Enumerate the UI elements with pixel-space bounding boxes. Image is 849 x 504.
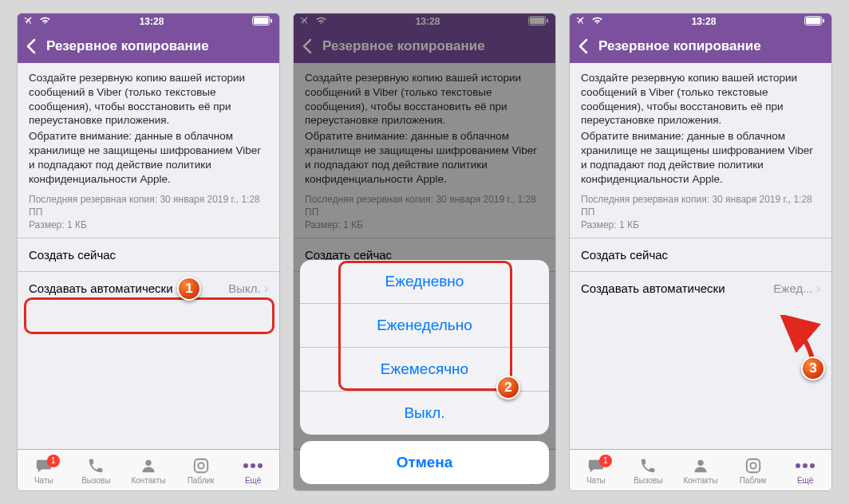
tab-calls[interactable]: Вызовы [72, 456, 120, 485]
tab-public[interactable]: Паблик [729, 456, 777, 485]
auto-create-label: Создавать автоматически [581, 282, 725, 295]
svg-point-24 [796, 463, 800, 468]
tab-chats[interactable]: 1 Чаты [572, 456, 620, 485]
last-backup-info: Последняя резервная копия: 30 января 201… [570, 190, 831, 238]
create-now-row[interactable]: Создать сейчас [18, 238, 279, 271]
battery-icon [252, 16, 273, 28]
tab-calls-label: Вызовы [634, 476, 662, 485]
svg-point-5 [198, 463, 203, 468]
last-backup-date: Последняя резервная копия: 30 января 201… [29, 193, 268, 219]
status-time: 13:28 [140, 16, 164, 27]
tab-chats[interactable]: 1 Чаты [20, 456, 68, 485]
annotation-marker-2: 2 [496, 376, 520, 400]
svg-point-8 [258, 463, 263, 468]
tab-contacts[interactable]: Контакты [124, 456, 172, 485]
more-icon [243, 456, 263, 475]
tab-more-label: Ещё [797, 476, 813, 485]
tab-chats-label: Чаты [586, 476, 606, 485]
tab-bar: 1 Чаты Вызовы Контакты [18, 449, 279, 490]
tab-public-label: Паблик [740, 476, 767, 485]
action-sheet: Ежедневно Еженедельно Ежемесячно Выкл. [300, 260, 549, 435]
description-paragraph-1: Создайте резервную копию вашей истории с… [581, 71, 820, 128]
tab-contacts-label: Контакты [131, 476, 165, 485]
person-icon [140, 456, 157, 475]
nav-bar: Резервное копирование [570, 30, 831, 63]
tab-bar: 1 Чаты Вызовы Контакты [570, 449, 831, 490]
auto-create-row[interactable]: Создавать автоматически Ежед... › [570, 271, 831, 305]
svg-point-6 [243, 463, 248, 468]
status-time: 13:28 [692, 16, 717, 27]
tab-public-label: Паблик [188, 476, 215, 485]
svg-rect-22 [746, 459, 760, 472]
auto-create-label: Создавать автоматически [29, 282, 173, 295]
svg-point-7 [251, 463, 255, 468]
chevron-right-icon: › [264, 282, 268, 295]
svg-rect-2 [270, 18, 272, 22]
sheet-option-weekly[interactable]: Еженедельно [300, 304, 549, 348]
svg-point-21 [697, 459, 703, 465]
last-backup-date: Последняя резервная копия: 30 января 201… [581, 193, 820, 219]
tab-calls[interactable]: Вызовы [624, 456, 672, 485]
back-button[interactable] [26, 38, 46, 54]
airplane-icon [576, 15, 586, 28]
description-text: Создайте резервную копию вашей истории с… [18, 63, 279, 190]
description-text: Создайте резервную копию вашей истории с… [570, 63, 831, 190]
page-title: Резервное копирование [598, 38, 823, 54]
svg-point-26 [810, 463, 815, 468]
svg-rect-1 [254, 17, 268, 23]
wifi-icon [39, 16, 51, 27]
sheet-cancel-button[interactable]: Отмена [300, 441, 549, 484]
svg-rect-20 [823, 18, 824, 22]
phone-icon [639, 456, 657, 475]
back-button[interactable] [578, 38, 598, 54]
auto-create-value: Выкл. [228, 282, 260, 295]
description-paragraph-2: Обратите внимание: данные в облачном хра… [29, 129, 268, 186]
status-bar: 13:28 [570, 14, 831, 30]
create-now-label: Создать сейчас [29, 248, 116, 262]
page-title: Резервное копирование [46, 38, 271, 54]
sheet-option-daily[interactable]: Ежедневно [300, 260, 549, 304]
last-backup-size: Размер: 1 КБ [29, 219, 268, 231]
auto-create-row[interactable]: Создавать автоматически Выкл. › [18, 271, 279, 305]
airplane-icon [24, 15, 34, 28]
tab-more[interactable]: Ещё [229, 456, 277, 485]
chats-badge: 1 [47, 455, 60, 467]
person-icon [692, 456, 709, 475]
phone-screen-1: 13:28 Резервное копирование Создайте рез… [17, 13, 280, 491]
svg-rect-4 [194, 459, 207, 472]
tab-more[interactable]: Ещё [781, 456, 829, 485]
nav-bar: Резервное копирование [18, 30, 279, 63]
public-icon [744, 456, 762, 475]
status-bar: 13:28 [18, 14, 279, 30]
auto-create-value: Ежед... [773, 282, 812, 295]
create-now-row[interactable]: Создать сейчас [570, 238, 831, 271]
chats-badge: 1 [599, 455, 612, 467]
annotation-marker-1: 1 [177, 277, 201, 301]
tab-more-label: Ещё [245, 476, 261, 485]
create-now-label: Создать сейчас [581, 248, 668, 262]
chevron-right-icon: › [816, 282, 820, 295]
svg-rect-19 [806, 17, 820, 23]
svg-point-3 [145, 459, 151, 465]
description-paragraph-2: Обратите внимание: данные в облачном хра… [581, 129, 820, 186]
tab-public[interactable]: Паблик [177, 456, 225, 485]
svg-point-25 [803, 463, 808, 468]
svg-point-23 [750, 463, 756, 468]
annotation-marker-3: 3 [801, 356, 825, 380]
last-backup-info: Последняя резервная копия: 30 января 201… [18, 190, 279, 238]
tab-contacts-label: Контакты [683, 476, 717, 485]
action-sheet-overlay: Ежедневно Еженедельно Ежемесячно Выкл. О… [294, 14, 555, 490]
phone-screen-3: 13:28 Резервное копирование Создайте рез… [569, 13, 832, 491]
phone-screen-2: 13:28 Резервное копирование Создайте рез… [293, 13, 556, 491]
last-backup-size: Размер: 1 КБ [581, 219, 820, 231]
public-icon [192, 456, 210, 475]
more-icon [795, 456, 815, 475]
phone-icon [87, 456, 105, 475]
tab-chats-label: Чаты [34, 476, 53, 485]
tab-calls-label: Вызовы [81, 476, 110, 485]
wifi-icon [591, 16, 603, 27]
battery-icon [804, 16, 825, 28]
tab-contacts[interactable]: Контакты [677, 456, 725, 485]
description-paragraph-1: Создайте резервную копию вашей истории с… [29, 71, 268, 128]
